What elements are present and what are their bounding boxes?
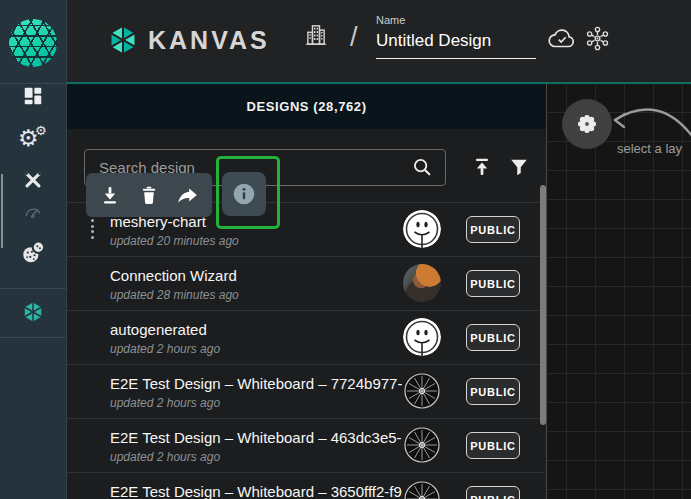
trash-icon[interactable] bbox=[137, 183, 161, 207]
design-canvas[interactable]: select a lay bbox=[546, 84, 691, 499]
canvas-hint-text: select a lay bbox=[617, 141, 682, 156]
share-icon[interactable] bbox=[176, 183, 200, 207]
meshery-logo-circle-icon[interactable] bbox=[9, 19, 57, 67]
design-row[interactable]: Connection Wizard updated 28 minutes ago… bbox=[67, 256, 545, 311]
design-title: E2E Test Design – Whiteboard – 7724b977-… bbox=[110, 375, 402, 392]
sidebar-item-performance[interactable] bbox=[0, 203, 66, 223]
settings-gears-icon: ⚙ ⚙ bbox=[18, 127, 48, 155]
design-title: autogenerated bbox=[110, 321, 402, 338]
avatar bbox=[403, 210, 441, 248]
performance-gauge-icon bbox=[23, 203, 43, 223]
visibility-badge: PUBLIC bbox=[466, 486, 520, 499]
visibility-badge: PUBLIC bbox=[466, 270, 520, 297]
visibility-badge: PUBLIC bbox=[466, 216, 520, 243]
sidebar-divider bbox=[0, 337, 66, 338]
user-photo-avatar bbox=[403, 264, 441, 302]
crossed-tools-icon bbox=[22, 169, 44, 191]
mesh-network-icon[interactable] bbox=[584, 25, 611, 52]
sidebar-item-catalog[interactable] bbox=[0, 239, 66, 265]
kanvas-app-window: KANVAS / Name bbox=[0, 0, 691, 499]
filter-icon[interactable] bbox=[508, 156, 530, 178]
visibility-badge: PUBLIC bbox=[466, 432, 520, 459]
wheel-avatar-icon bbox=[403, 480, 441, 499]
curved-arrow-icon bbox=[605, 94, 691, 142]
catalog-icon bbox=[20, 239, 46, 265]
design-list: meshery-chart updated 20 minutes ago PUB… bbox=[67, 0, 545, 499]
design-title: E2E Test Design – Whiteboard – 3650fff2-… bbox=[110, 483, 402, 499]
row-edge-indicator bbox=[1, 174, 3, 248]
sidebar-divider bbox=[0, 288, 66, 289]
design-row[interactable]: E2E Test Design – Whiteboard – 3650fff2-… bbox=[67, 472, 545, 499]
download-icon[interactable] bbox=[98, 183, 122, 207]
sidebar-item-toolbox[interactable] bbox=[0, 169, 66, 191]
sidebar-item-settings[interactable]: ⚙ ⚙ bbox=[0, 127, 66, 155]
wheel-avatar-icon bbox=[403, 372, 441, 410]
list-scrollbar-thumb[interactable] bbox=[540, 185, 546, 425]
avatar bbox=[403, 480, 441, 499]
info-button[interactable] bbox=[222, 172, 266, 216]
smiley-avatar-icon bbox=[403, 318, 441, 356]
left-sidebar: ⚙ ⚙ bbox=[0, 0, 67, 499]
design-title: E2E Test Design – Whiteboard – 463dc3e5- bbox=[110, 429, 402, 446]
visibility-badge: PUBLIC bbox=[466, 324, 520, 351]
search-icon[interactable] bbox=[411, 156, 433, 178]
design-title: Connection Wizard bbox=[110, 267, 402, 284]
design-row[interactable]: autogenerated updated 2 hours ago PUBLIC bbox=[67, 310, 545, 365]
upload-icon[interactable] bbox=[470, 155, 494, 179]
info-icon bbox=[231, 181, 257, 207]
design-row[interactable]: E2E Test Design – Whiteboard – 7724b977-… bbox=[67, 364, 545, 419]
kanvas-hexagon-icon bbox=[21, 300, 45, 324]
design-actions-toolbar bbox=[86, 173, 212, 217]
design-updated: updated 20 minutes ago bbox=[110, 234, 239, 248]
drag-handle-icon[interactable] bbox=[91, 217, 94, 241]
design-updated: updated 28 minutes ago bbox=[110, 288, 239, 302]
avatar bbox=[403, 318, 441, 356]
design-row[interactable]: E2E Test Design – Whiteboard – 463dc3e5-… bbox=[67, 418, 545, 473]
wheel-avatar-icon bbox=[403, 426, 441, 464]
sidebar-divider bbox=[0, 83, 66, 84]
sidebar-item-kanvas[interactable] bbox=[0, 300, 66, 324]
design-updated: updated 2 hours ago bbox=[110, 396, 220, 410]
avatar bbox=[403, 426, 441, 464]
cloud-saved-icon[interactable] bbox=[547, 26, 577, 52]
visibility-badge: PUBLIC bbox=[466, 378, 520, 405]
layers-flower-icon bbox=[575, 112, 599, 136]
design-updated: updated 2 hours ago bbox=[110, 342, 220, 356]
design-updated: updated 2 hours ago bbox=[110, 450, 220, 464]
avatar bbox=[403, 372, 441, 410]
smiley-avatar-icon bbox=[403, 210, 441, 248]
sidebar-item-dashboard[interactable] bbox=[0, 85, 66, 107]
dashboard-icon bbox=[22, 85, 44, 107]
